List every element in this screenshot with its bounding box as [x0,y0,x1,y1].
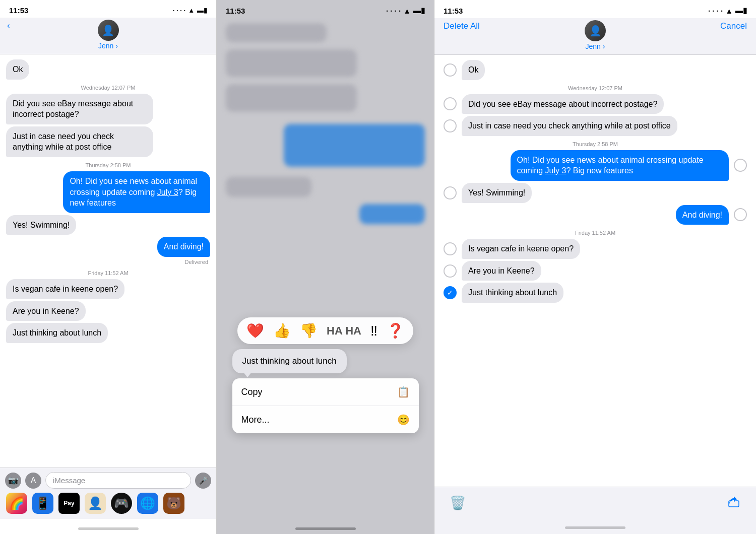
input-row: 📷 A iMessage 🎤 [5,472,211,489]
highlighted-bubble: Just thinking about lunch [232,349,347,373]
select-row: Is vegan cafe in keene open? [444,239,747,259]
contact-name[interactable]: Jenn › [98,42,118,50]
memoji-icon[interactable]: 👤 [85,493,106,514]
message-bubble[interactable]: Is vegan cafe in keene open? [462,239,580,259]
message-bubble[interactable]: Did you see eBay message about incorrect… [462,94,664,114]
applepay-icon[interactable]: Pay [58,493,80,514]
message-bubble[interactable]: Just thinking about lunch [6,323,108,343]
select-circle[interactable] [444,242,457,255]
exclaim-reaction[interactable]: ‼️ [370,323,377,339]
copy-menu-item[interactable]: Copy 📋 [232,378,419,406]
select-circle[interactable] [444,264,457,278]
select-circle[interactable] [444,186,457,199]
delete-toolbar-button[interactable]: 🗑️ [450,495,466,511]
delete-all-button[interactable]: Delete All [444,21,480,31]
middle-status-bar: 11:53 · · · · ▲ ▬▮ [217,0,434,18]
message-bubble[interactable]: Just thinking about lunch [462,283,563,303]
imessage-input[interactable]: iMessage [45,472,191,489]
left-nav-header: ‹ 👤 Jenn › [0,18,216,54]
message-bubble[interactable]: Yes! Swimming! [462,183,532,203]
context-overlay: ❤️ 👍 👎 HA HA ‼️ ❓ Just thinking about lu… [232,317,419,433]
haha-reaction[interactable]: HA HA [327,324,361,338]
select-row: Oh! Did you see news about animal crossi… [444,150,747,181]
right-avatar: 👤 [585,20,606,41]
select-row-selected: ✓ Just thinking about lunch [444,283,747,303]
animoji-icon[interactable]: 🎮 [111,493,132,514]
select-circle-checked[interactable]: ✓ [444,286,457,299]
right-messages-area: Ok Wednesday 12:07 PM Did you see eBay m… [434,55,756,487]
bubble-row: Just in case need you check anything whi… [6,126,210,157]
message-bubble[interactable]: Just in case need you check anything whi… [6,126,153,157]
right-contact-name[interactable]: Jenn › [586,42,605,50]
middle-home-indicator [295,527,356,530]
wifi-icon: ▲ [188,7,195,14]
message-bubble[interactable]: Did you see eBay message about incorrect… [6,94,153,124]
message-bubble[interactable]: And diving! [157,237,210,257]
select-row: Did you see eBay message about incorrect… [444,94,747,114]
link-text: July 3 [157,188,178,196]
middle-blurred-messages [217,18,434,534]
message-bubble[interactable]: Oh! Did you see news about animal crossi… [63,171,210,213]
select-circle[interactable] [734,159,747,172]
select-row: Ok [444,60,747,80]
select-circle[interactable] [444,97,457,110]
camera-button[interactable]: 📷 [5,473,21,489]
message-bubble[interactable]: Are you in Keene? [6,301,86,321]
web-icon[interactable]: 🌐 [137,493,158,514]
message-bubble[interactable]: And diving! [676,205,729,225]
left-messages-area: Ok Wednesday 12:07 PM Did you see eBay m… [0,54,216,468]
timestamp-label: Wednesday 12:07 PM [6,85,210,91]
middle-time: 11:53 [226,7,245,15]
right-battery: ▬▮ [735,6,747,15]
left-panel: 11:53 · · · · ▲ ▬▮ ‹ 👤 Jenn › Ok Wednesd… [0,0,217,534]
signal-icon: · · · · [173,7,185,14]
right-home-indicator [434,519,756,534]
thumbsdown-reaction[interactable]: 👎 [300,322,318,339]
right-nav: Delete All 👤 Jenn › Cancel [434,18,756,55]
left-status-icons: · · · · ▲ ▬▮ [173,7,207,14]
message-bubble[interactable]: Are you in Keene? [462,261,541,281]
bubble-row: Yes! Swimming! [6,215,210,235]
appstore-button[interactable]: A [25,473,41,489]
message-bubble[interactable]: Ok [462,60,485,80]
timestamp-label: Thursday 2:58 PM [444,141,747,147]
message-bubble[interactable]: Is vegan cafe in keene open? [6,279,124,299]
share-toolbar-button[interactable] [727,494,741,512]
message-bubble[interactable]: Oh! Did you see news about animal crossi… [511,150,729,181]
message-bubble[interactable]: Just in case need you check anything whi… [462,116,677,136]
middle-wifi: ▲ [403,7,411,15]
select-circle[interactable] [444,63,457,77]
message-bubble[interactable]: Yes! Swimming! [6,215,76,235]
message-bubble[interactable]: Ok [6,59,29,80]
right-wifi: ▲ [725,7,733,15]
bubble-row: Ok [6,59,210,80]
cancel-button[interactable]: Cancel [720,21,747,31]
timestamp-label: Wednesday 12:07 PM [444,85,747,91]
bear-icon[interactable]: 🐻 [163,493,184,514]
thumbsup-reaction[interactable]: 👍 [273,322,291,339]
more-menu-item[interactable]: More... 😊 [232,406,419,433]
bubble-row: Is vegan cafe in keene open? [6,279,210,299]
right-panel: 11:53 · · · · ▲ ▬▮ Delete All 👤 Jenn › C… [434,0,756,534]
avatar: 👤 [98,20,119,41]
right-time: 11:53 [444,7,463,15]
photos-app-icon[interactable]: 🌈 [6,493,27,514]
select-circle[interactable] [444,119,457,132]
mic-button[interactable]: 🎤 [195,473,211,489]
appstore-app-icon[interactable]: 📱 [32,493,53,514]
timestamp-label: Friday 11:52 AM [6,270,210,276]
battery-icon: ▬▮ [197,7,207,14]
context-menu: Copy 📋 More... 😊 [232,378,419,433]
home-indicator [0,519,216,534]
heart-reaction[interactable]: ❤️ [246,322,264,339]
middle-battery: ▬▮ [413,6,425,15]
select-toolbar: 🗑️ [434,487,756,519]
copy-label: Copy [241,387,263,397]
delivered-label: Delivered [6,259,210,265]
select-circle[interactable] [734,208,747,221]
more-icon: 😊 [397,414,410,426]
bubble-row: Oh! Did you see news about animal crossi… [6,171,210,213]
question-reaction[interactable]: ❓ [387,322,404,339]
right-status-bar: 11:53 · · · · ▲ ▬▮ [434,0,756,18]
back-button[interactable]: ‹ [7,21,10,31]
